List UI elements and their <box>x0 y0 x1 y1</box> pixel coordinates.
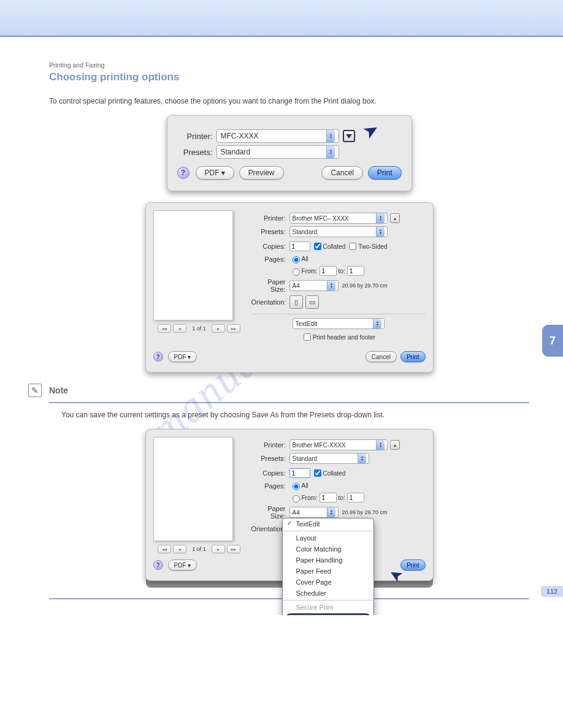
page-preview <box>153 210 233 320</box>
presets-label: Presets: <box>251 455 289 462</box>
menu-scheduler[interactable]: Scheduler <box>283 588 373 599</box>
expand-button[interactable] <box>343 130 355 142</box>
page-number: 112 <box>541 586 563 597</box>
menu-coverpage[interactable]: Cover Page <box>283 577 373 588</box>
pager-last[interactable]: ▸▸ <box>227 545 240 553</box>
collapse-button[interactable]: ▴ <box>390 440 400 450</box>
section-menu[interactable]: TextEdit Layout Color Matching Paper Han… <box>282 518 374 615</box>
menu-paperfeed[interactable]: Paper Feed <box>283 566 373 577</box>
section-value: TextEdit <box>296 320 318 327</box>
cancel-button[interactable]: Cancel <box>321 166 362 180</box>
collated-checkbox[interactable] <box>314 469 321 477</box>
page-preview <box>153 437 233 541</box>
pages-all-label: All <box>302 482 308 489</box>
chapter-tab: 7 <box>542 325 563 357</box>
pager-first[interactable]: ◂◂ <box>158 324 171 333</box>
updown-icon: ▴▾ <box>327 281 335 290</box>
arrow-callout-icon: ➤ <box>358 117 382 143</box>
to-label: to: <box>339 495 345 501</box>
to-input[interactable] <box>347 493 364 502</box>
from-input[interactable] <box>320 266 337 276</box>
pdf-button[interactable]: PDF ▾ <box>168 559 197 571</box>
divider <box>49 402 529 403</box>
divider <box>283 600 373 601</box>
copies-input[interactable] <box>289 468 310 478</box>
copies-label: Copies: <box>251 469 289 477</box>
print-button[interactable]: Print <box>368 166 402 180</box>
portrait-button[interactable]: ▯ <box>289 295 303 309</box>
menu-printerfeatures[interactable]: Printer Features <box>285 613 372 615</box>
updown-icon: ▴▾ <box>376 227 385 237</box>
updown-icon: ▴▾ <box>358 453 366 463</box>
printer-label: Printer: <box>177 132 216 141</box>
header-footer-checkbox[interactable] <box>304 333 311 341</box>
print-dialog-expanded: ◂◂ ◂ 1 of 1 ▸ ▸▸ Printer: Brother MFC– X… <box>145 202 434 373</box>
menu-textedit[interactable]: TextEdit <box>283 518 373 529</box>
pager-next[interactable]: ▸ <box>212 324 225 333</box>
papersize-value: A4 <box>293 282 300 289</box>
pager-status: 1 of 1 <box>188 546 210 552</box>
presets-label: Presets: <box>177 148 216 157</box>
printer-select[interactable]: MFC-XXXX ▴▾ <box>216 129 339 143</box>
section-title: Choosing printing options <box>49 71 529 83</box>
presets-select[interactable]: Standard ▴▾ <box>289 226 388 237</box>
collated-checkbox[interactable] <box>314 243 321 250</box>
landscape-icon: ▭ <box>309 298 315 306</box>
pages-all-radio[interactable] <box>293 256 300 264</box>
copies-input[interactable] <box>289 241 310 251</box>
updown-icon: ▴▾ <box>326 130 335 142</box>
pager-next[interactable]: ▸ <box>212 545 225 553</box>
pages-from-radio[interactable] <box>293 495 300 502</box>
collated-label: Collated <box>323 243 346 250</box>
presets-label: Presets: <box>251 228 289 235</box>
help-button[interactable]: ? <box>153 560 163 570</box>
page-header-title: Printing and Faxing <box>49 61 529 69</box>
papersize-label: Paper Size: <box>251 278 289 293</box>
papersize-select[interactable]: A4 ▴▾ <box>289 280 339 291</box>
preview-button[interactable]: Preview <box>239 166 284 180</box>
landscape-button[interactable]: ▭ <box>305 295 319 309</box>
pages-label: Pages: <box>251 256 289 263</box>
presets-select[interactable]: Standard ▴▾ <box>216 145 339 159</box>
help-button[interactable]: ? <box>153 352 163 362</box>
section-select[interactable]: TextEdit ▴▾ <box>293 318 385 329</box>
collapse-button[interactable]: ▴ <box>390 213 400 223</box>
presets-value: Standard <box>293 455 318 462</box>
presets-select[interactable]: Standard ▴▾ <box>289 453 369 464</box>
updown-icon: ▴▾ <box>373 319 381 328</box>
menu-secureprint[interactable]: Secure Print <box>283 602 373 613</box>
updown-icon: ▴▾ <box>327 507 335 517</box>
pager-last[interactable]: ▸▸ <box>227 324 240 333</box>
menu-colormatching[interactable]: Color Matching <box>283 544 373 555</box>
copies-label: Copies: <box>251 243 289 250</box>
pages-label: Pages: <box>251 482 289 490</box>
pages-all-radio[interactable] <box>293 483 300 490</box>
twosided-checkbox[interactable] <box>349 243 356 250</box>
header-footer-label: Print header and footer <box>313 334 375 341</box>
print-button[interactable]: Print <box>400 351 426 362</box>
print-dialog-compact: Printer: MFC-XXXX ▴▾ ➤ Presets: Standard… <box>167 115 412 191</box>
pager-prev[interactable]: ◂ <box>173 545 186 553</box>
menu-paperhandling[interactable]: Paper Handling <box>283 555 373 566</box>
pdf-button[interactable]: PDF ▾ <box>168 351 197 362</box>
updown-icon: ▴▾ <box>376 440 385 450</box>
help-button[interactable]: ? <box>177 167 190 179</box>
to-input[interactable] <box>347 266 364 276</box>
pages-from-radio[interactable] <box>293 268 300 276</box>
from-input[interactable] <box>320 493 337 502</box>
printer-select[interactable]: Brother MFC– XXXX ▴▾ <box>289 213 388 224</box>
orientation-label: Orientation: <box>251 298 289 306</box>
papersize-select[interactable]: A4 ▴▾ <box>289 507 339 518</box>
pager-prev[interactable]: ◂ <box>173 324 186 333</box>
cancel-button[interactable]: Cancel <box>366 351 397 362</box>
triangle-up-icon: ▴ <box>394 442 396 448</box>
portrait-icon: ▯ <box>294 298 298 306</box>
pdf-button[interactable]: PDF ▾ <box>196 166 234 180</box>
printer-select[interactable]: Brother MFC-XXXX ▴▾ <box>289 439 388 450</box>
menu-layout[interactable]: Layout <box>283 533 373 544</box>
presets-value: Standard <box>221 148 251 156</box>
printer-label: Printer: <box>251 441 289 449</box>
triangle-down-icon <box>346 134 352 138</box>
pager-first[interactable]: ◂◂ <box>158 545 171 553</box>
intro-text: To control special printing features, ch… <box>49 96 529 107</box>
